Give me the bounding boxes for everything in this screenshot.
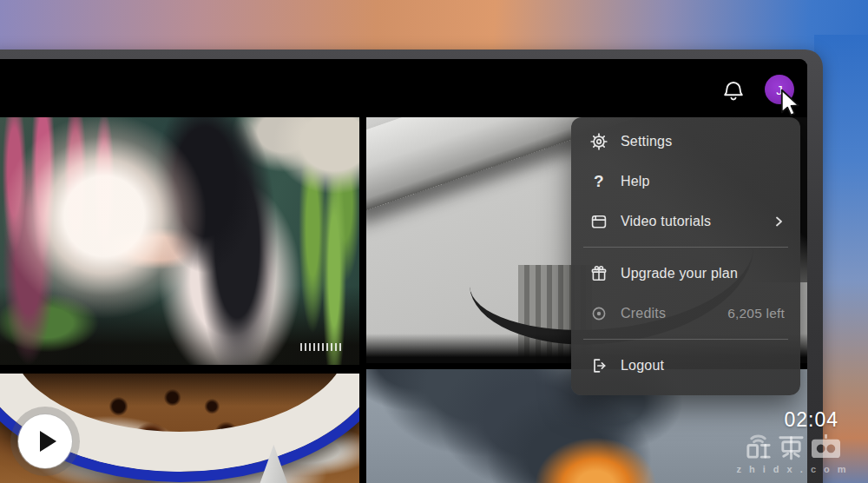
brand-logo (724, 433, 861, 461)
video-tutorials-icon (589, 212, 608, 231)
credits-remaining-value: 6,205 left (727, 306, 785, 321)
menu-item-label: Help (621, 174, 650, 189)
menu-item-help[interactable]: ? Help (571, 162, 800, 202)
video-thumbnail-coffee[interactable] (0, 374, 359, 483)
gift-icon (589, 264, 608, 283)
play-button[interactable] (18, 414, 72, 468)
menu-item-settings[interactable]: Settings (571, 122, 800, 162)
menu-item-label: Credits (621, 306, 666, 321)
account-dropdown-menu: Settings ? Help Video tutorials (571, 117, 800, 395)
brand-robot-face-icon (810, 433, 842, 461)
video-timestamp: 02:04 (784, 408, 838, 432)
chevron-right-icon (773, 215, 785, 228)
screenshot-stage: J (0, 0, 868, 483)
menu-divider (583, 339, 788, 340)
menu-item-logout[interactable]: Logout (571, 346, 800, 386)
play-icon (40, 431, 56, 452)
avatar-letter: J (776, 83, 783, 97)
logout-icon (589, 356, 608, 375)
watermark: 02:04 (724, 420, 861, 474)
frame-ticks-indicator (300, 343, 342, 351)
notifications-bell-icon[interactable] (721, 79, 746, 103)
menu-item-label: Settings (621, 134, 672, 149)
menu-item-label: Video tutorials (621, 214, 711, 229)
brand-glyph-zhi-icon (744, 433, 773, 461)
brand-site-url: z h i d x . c o m (724, 464, 861, 474)
brand-glyph-dong-icon (777, 433, 806, 461)
menu-item-upgrade-plan[interactable]: Upgrade your plan (571, 254, 800, 294)
user-avatar[interactable]: J (765, 75, 794, 104)
app-top-bar: J (0, 59, 807, 117)
menu-item-label: Logout (621, 358, 664, 374)
menu-item-label: Upgrade your plan (621, 266, 738, 281)
video-thumbnail-garden-girl[interactable] (0, 117, 359, 365)
menu-item-video-tutorials[interactable]: Video tutorials (571, 202, 800, 242)
app-screen: J (0, 59, 807, 483)
question-icon: ? (589, 172, 608, 191)
gear-icon (589, 132, 608, 151)
menu-divider (583, 247, 788, 248)
menu-item-credits: Credits 6,205 left (571, 294, 800, 334)
credits-icon (589, 304, 608, 323)
